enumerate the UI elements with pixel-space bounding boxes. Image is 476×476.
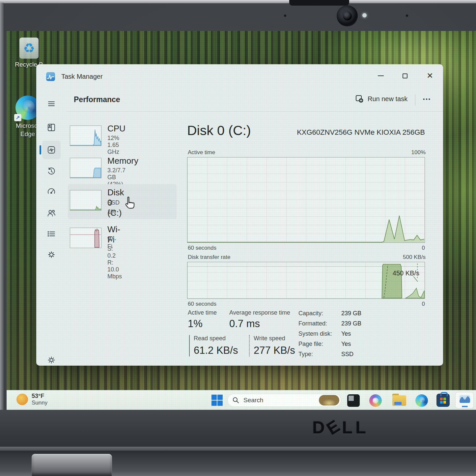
cpu-mini-chart [70, 126, 101, 146]
hamburger-icon [47, 99, 56, 108]
system-disk-label: System disk: [298, 330, 332, 337]
memory-mini-chart [70, 158, 101, 178]
sidebar-item-processes[interactable] [45, 121, 58, 134]
webcam-lens-inner [343, 12, 352, 20]
more-options-button[interactable]: … [422, 92, 432, 102]
transfer-xright: 0 [422, 301, 425, 307]
stat-response-value: 0.7 ms [229, 318, 260, 330]
microphone-hole-left [284, 14, 286, 17]
disk-usage: 1% [107, 209, 116, 215]
capacity-value: 239 GB [341, 310, 361, 317]
capacity-label: Capacity: [298, 310, 323, 317]
active-time-xright: 0 [422, 245, 425, 251]
task-manager-monitor-icon [460, 395, 470, 403]
search-label: Search [243, 397, 263, 404]
sidebar-item-services[interactable] [45, 248, 58, 261]
close-icon: ✕ [427, 72, 433, 80]
disk-type: SSD [107, 199, 120, 206]
sidebar-item-users[interactable] [45, 207, 58, 220]
active-time-chart-label: Active time [188, 149, 215, 156]
laptop-lid-left-edge [0, 3, 4, 441]
window-title: Task Manager [61, 73, 103, 80]
wifi-detail: S: 0.2 R: 10.0 Mbps [107, 245, 122, 280]
transfer-xleft: 60 seconds [188, 301, 216, 307]
search-daily-image[interactable] [319, 395, 339, 406]
stat-response-label: Average response time [229, 309, 290, 316]
minimize-button[interactable] [373, 69, 388, 83]
shortcut-arrow-icon: ↗ [14, 114, 21, 121]
sidebar-item-performance[interactable] [45, 143, 58, 156]
formatted-label: Formatted: [298, 320, 327, 327]
laptop-lid-top-edge [0, 0, 476, 3]
window-content: Performance Run new task … CPU 12% 1.65 … [67, 89, 443, 366]
recycle-bin-icon: ♻ [19, 38, 39, 59]
weather-temperature: 53°F [32, 393, 47, 400]
type-value: SSD [341, 351, 353, 358]
read-speed-label: Read speed [194, 335, 238, 342]
task-manager-taskbar-icon-active[interactable] [455, 392, 474, 408]
transfer-annotation: 450 KB/s [393, 269, 419, 277]
system-disk-value: Yes [341, 330, 351, 337]
active-time-ymax: 100% [411, 149, 426, 156]
new-task-icon [355, 95, 364, 103]
details-list-icon [47, 229, 56, 238]
run-new-task-button[interactable]: Run new task [355, 95, 407, 103]
window-titlebar[interactable]: Task Manager ✕ [36, 64, 443, 89]
active-app-indicator [462, 406, 468, 407]
close-button[interactable]: ✕ [422, 69, 437, 83]
taskbar: 53°F Sunny Search [7, 390, 476, 410]
sidebar [36, 89, 67, 366]
header-divider [415, 95, 415, 106]
edge-taskbar-icon[interactable] [415, 394, 428, 407]
transfer-ymax: 500 KB/s [403, 254, 426, 261]
sidebar-item-details[interactable] [45, 227, 58, 240]
transfer-rate-chart: 450 KB/s [187, 262, 425, 299]
read-speed-value: 61.2 KB/s [194, 345, 238, 356]
processes-icon [47, 123, 56, 132]
sidebar-item-app-history[interactable] [45, 165, 58, 178]
lid-latch-notch [289, 0, 349, 6]
taskbar-dark-app-icon[interactable] [347, 394, 360, 407]
copilot-icon[interactable] [369, 394, 382, 407]
formatted-value: 239 GB [341, 320, 361, 327]
stat-active-time-value: 1% [188, 318, 203, 330]
taskbar-search[interactable]: Search [227, 394, 341, 407]
wifi-mini-chart [70, 228, 101, 248]
windows-logo-icon [211, 395, 217, 400]
write-speed-label: Write speed [254, 335, 295, 342]
task-manager-app-icon [46, 72, 55, 81]
maximize-icon [403, 73, 407, 78]
page-file-value: Yes [341, 341, 351, 348]
active-time-chart [187, 157, 425, 243]
write-speed-value: 277 KB/s [254, 345, 295, 356]
write-speed-block: Write speed 277 KB/s [249, 335, 295, 356]
task-manager-window: Task Manager ✕ [36, 64, 443, 366]
transfer-chart-label: Disk transfer rate [188, 254, 230, 261]
read-speed-block: Read speed 61.2 KB/s [189, 335, 238, 356]
sidebar-item-startup-apps[interactable] [45, 185, 58, 198]
run-new-task-label: Run new task [368, 95, 407, 103]
navigation-menu-button[interactable] [45, 97, 58, 110]
microphone-hole-right [406, 14, 408, 17]
memory-name: Memory [107, 156, 138, 166]
disk-panel-title: Disk 0 (C:) [187, 123, 251, 138]
microsoft-store-icon[interactable] [436, 394, 450, 407]
cpu-detail: 12% 1.65 GHz [107, 135, 119, 155]
weather-widget[interactable]: 53°F Sunny [16, 393, 47, 406]
maximize-button[interactable] [397, 69, 412, 83]
dell-letters-ll: LL [342, 418, 369, 437]
minimize-icon [378, 75, 384, 76]
type-label: Type: [298, 351, 313, 358]
dell-logo: DELL [312, 418, 369, 437]
performance-icon [47, 145, 56, 154]
sidebar-item-settings[interactable] [45, 353, 58, 367]
laptop-hinge-band [0, 447, 476, 451]
weather-condition: Sunny [32, 400, 47, 406]
history-clock-icon [47, 167, 56, 176]
services-gear-icon [47, 250, 56, 259]
start-button[interactable] [211, 395, 223, 406]
users-icon [47, 209, 56, 218]
file-explorer-icon[interactable] [392, 395, 406, 406]
laptop-bottom-bezel [0, 410, 476, 447]
laptop-screen: ♻ Recycle B ↗ Microsof Edge Task Manager… [7, 31, 476, 410]
